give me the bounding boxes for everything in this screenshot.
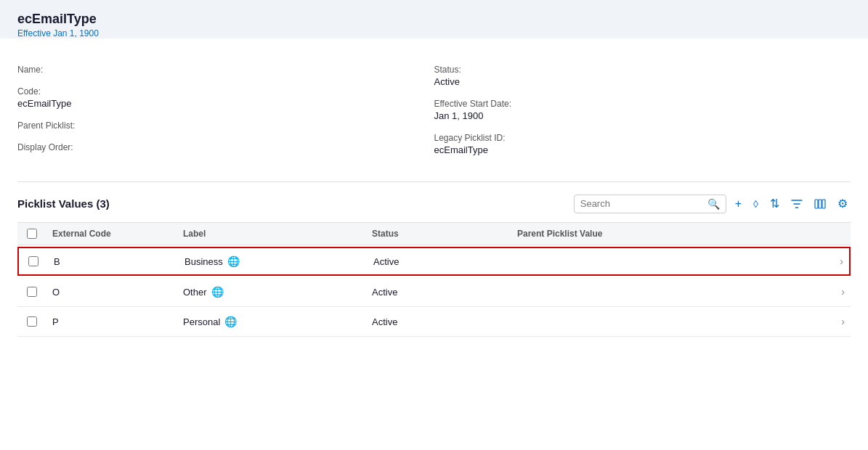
settings-button[interactable]: ⚙	[835, 194, 851, 213]
legacy-picklist-id-value: ecEmailType	[434, 144, 851, 155]
field-parent-picklist: Parent Picklist:	[17, 120, 434, 131]
detail-section: Name: Code: ecEmailType Parent Picklist:…	[0, 50, 868, 181]
effective-start-date-label: Effective Start Date:	[434, 99, 851, 109]
cell-code-1: B	[48, 256, 179, 267]
filter-button[interactable]	[788, 195, 806, 213]
effective-start-date-value: Jan 1, 1900	[434, 110, 851, 121]
cell-code-2: O	[46, 287, 177, 298]
picklist-header: Picklist Values (3) 🔍 + ◊ ⇅	[17, 181, 851, 222]
globe-icon-2: 🌐	[211, 286, 224, 298]
globe-icon-1: 🌐	[227, 255, 240, 267]
picklist-section: Picklist Values (3) 🔍 + ◊ ⇅	[0, 181, 868, 337]
svg-rect-2	[822, 200, 825, 208]
col-label: Label	[177, 229, 366, 239]
picklist-title: Picklist Values (3)	[17, 197, 110, 210]
effective-date: Effective Jan 1, 1900	[17, 28, 851, 38]
parent-picklist-label: Parent Picklist:	[17, 120, 434, 131]
row-chevron-3[interactable]: ›	[829, 316, 851, 327]
cell-status-1: Active	[368, 256, 513, 267]
col-action	[829, 229, 851, 239]
left-fields: Name: Code: ecEmailType Parent Picklist:…	[17, 65, 434, 167]
cell-status-2: Active	[366, 287, 511, 298]
name-label: Name:	[17, 65, 434, 75]
field-effective-start-date: Effective Start Date: Jan 1, 1900	[434, 99, 851, 121]
row-checkbox-cell-1	[19, 256, 48, 266]
columns-button[interactable]	[811, 195, 829, 213]
main-container: ecEmailType Effective Jan 1, 1900 Name: …	[0, 0, 868, 450]
header-checkbox-cell	[17, 229, 46, 239]
search-input[interactable]	[580, 198, 705, 209]
row-checkbox-2[interactable]	[27, 287, 37, 297]
page-title: ecEmailType	[17, 12, 851, 27]
toolbar-right: 🔍 + ◊ ⇅ ⚙	[574, 194, 851, 213]
code-value: ecEmailType	[17, 98, 434, 109]
field-status: Status: Active	[434, 65, 851, 87]
cell-code-3: P	[46, 316, 177, 327]
field-code: Code: ecEmailType	[17, 86, 434, 109]
header-section: ecEmailType Effective Jan 1, 1900	[0, 0, 868, 38]
svg-rect-0	[815, 200, 818, 208]
table-row: O Other 🌐 Active ›	[17, 277, 851, 307]
row-checkbox-1[interactable]	[28, 256, 38, 266]
row-chevron-2[interactable]: ›	[829, 286, 851, 298]
field-legacy-picklist-id: Legacy Picklist ID: ecEmailType	[434, 133, 851, 155]
code-label: Code:	[17, 86, 434, 97]
add-button[interactable]: +	[732, 195, 745, 213]
diamond-button[interactable]: ◊	[750, 195, 761, 213]
sort-button[interactable]: ⇅	[767, 194, 782, 213]
header-checkbox[interactable]	[27, 229, 37, 239]
search-icon: 🔍	[707, 198, 720, 210]
svg-rect-1	[819, 200, 822, 208]
status-value: Active	[434, 76, 851, 87]
table-header: External Code Label Status Parent Pickli…	[17, 222, 851, 245]
cell-label-2: Other 🌐	[177, 286, 366, 298]
col-status: Status	[366, 229, 511, 239]
field-display-order: Display Order:	[17, 142, 434, 152]
col-external-code: External Code	[46, 229, 177, 239]
cell-label-1: Business 🌐	[179, 255, 368, 267]
cell-status-3: Active	[366, 316, 511, 327]
legacy-picklist-id-label: Legacy Picklist ID:	[434, 133, 851, 143]
globe-icon-3: 🌐	[224, 316, 237, 327]
col-parent-picklist-value: Parent Picklist Value	[511, 229, 829, 239]
display-order-label: Display Order:	[17, 142, 434, 152]
status-label: Status:	[434, 65, 851, 75]
row-checkbox-cell-2	[17, 287, 46, 297]
field-name: Name:	[17, 65, 434, 75]
table-row: P Personal 🌐 Active ›	[17, 307, 851, 337]
row-checkbox-3[interactable]	[27, 316, 37, 327]
search-box[interactable]: 🔍	[574, 195, 726, 213]
table-row: B Business 🌐 Active ›	[17, 247, 851, 276]
row-checkbox-cell-3	[17, 316, 46, 327]
cell-label-3: Personal 🌐	[177, 316, 366, 327]
row-chevron-1[interactable]: ›	[827, 255, 849, 267]
right-fields: Status: Active Effective Start Date: Jan…	[434, 65, 851, 167]
picklist-table: External Code Label Status Parent Pickli…	[17, 222, 851, 337]
